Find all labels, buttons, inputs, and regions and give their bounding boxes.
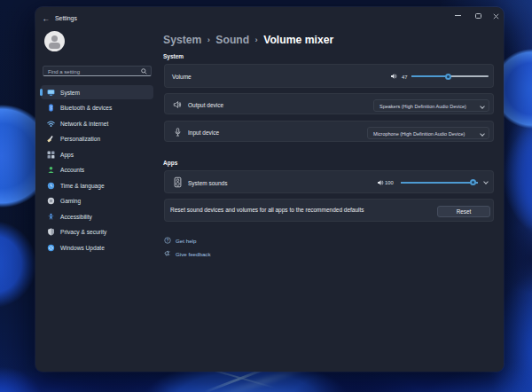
svg-text:?: ? [167, 239, 169, 243]
